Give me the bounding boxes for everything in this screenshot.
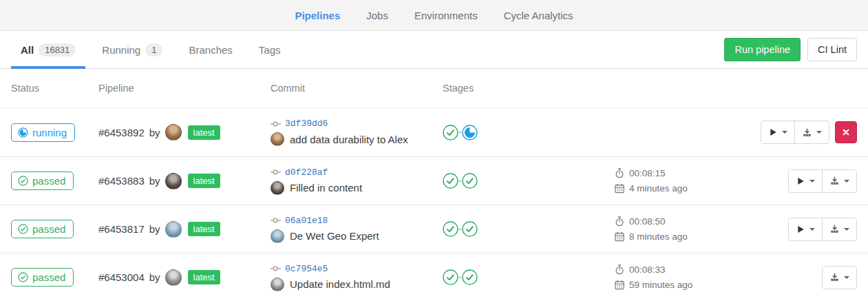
- pipeline-row: passed #6453883 by latest d0f228af Fille…: [0, 156, 868, 205]
- stage-running-icon[interactable]: [462, 125, 478, 141]
- tab-branches[interactable]: Branches: [179, 31, 242, 68]
- pipeline-row: passed #6453817 by latest 06a01e18 De We…: [0, 205, 868, 253]
- pipeline-id-link[interactable]: #6453883: [98, 175, 145, 187]
- chevron-down-icon: [844, 228, 849, 233]
- run-pipeline-button[interactable]: Run pipeline: [724, 38, 801, 61]
- chevron-down-icon: [844, 180, 849, 185]
- nav-item-cycle-analytics[interactable]: Cycle Analytics: [504, 10, 573, 21]
- duration: 00:08:15: [629, 168, 666, 178]
- latest-badge: latest: [188, 270, 220, 284]
- status-badge[interactable]: passed: [11, 268, 74, 287]
- stage-passed-icon[interactable]: [443, 125, 458, 141]
- status-badge[interactable]: running: [11, 123, 75, 142]
- tab-all-count: 16831: [39, 43, 76, 56]
- download-artifacts-icon: [829, 224, 840, 234]
- commit-icon: [271, 216, 281, 225]
- passed-status-icon: [18, 176, 28, 186]
- commit-message-link[interactable]: De Wet Geo Expert: [290, 230, 379, 242]
- commit-message-link[interactable]: Update index.html.md: [290, 278, 390, 290]
- download-artifacts-icon: [802, 127, 812, 138]
- user-avatar[interactable]: [165, 124, 182, 141]
- commit-author-avatar[interactable]: [271, 229, 284, 243]
- pipeline-row: running #6453892 by latest 3df39dd6 add …: [0, 108, 868, 156]
- commit-message-link[interactable]: add data durability to Alex: [290, 134, 408, 145]
- commit-sha-link[interactable]: 3df39dd6: [285, 118, 328, 129]
- commit-icon: [271, 264, 281, 273]
- toolbar-buttons: Run pipeline CI Lint: [724, 38, 857, 61]
- tab-tags-label: Tags: [259, 44, 281, 56]
- row-actions-group: [822, 266, 857, 289]
- chevron-down-icon: [809, 180, 815, 185]
- timer-icon: [615, 264, 624, 275]
- manual-play-button[interactable]: [789, 170, 822, 192]
- timer-icon: [615, 216, 624, 227]
- time-ago: 8 minutes ago: [629, 231, 688, 242]
- pipeline-id-link[interactable]: #6453892: [98, 127, 145, 138]
- download-artifacts-button[interactable]: [794, 121, 829, 143]
- tab-running-count: 1: [145, 43, 162, 56]
- user-avatar[interactable]: [165, 269, 182, 286]
- nav-item-jobs[interactable]: Jobs: [366, 10, 388, 21]
- play-icon: [796, 225, 805, 234]
- download-artifacts-icon: [829, 176, 840, 186]
- by-label: by: [149, 271, 160, 283]
- stage-passed-icon[interactable]: [443, 221, 458, 237]
- nav-item-environments[interactable]: Environments: [414, 10, 478, 21]
- commit-message-link[interactable]: Filled in content: [290, 182, 362, 194]
- commit-author-avatar[interactable]: [271, 278, 284, 291]
- download-artifacts-button[interactable]: [822, 218, 856, 240]
- calendar-icon: [615, 183, 624, 194]
- user-avatar[interactable]: [165, 221, 182, 238]
- stage-passed-icon[interactable]: [462, 269, 478, 285]
- tab-tags[interactable]: Tags: [249, 31, 290, 68]
- header-stages: Stages: [443, 83, 615, 94]
- download-artifacts-button[interactable]: [823, 267, 856, 289]
- chevron-down-icon: [809, 228, 815, 233]
- cancel-pipeline-button[interactable]: [835, 121, 857, 143]
- stage-passed-icon[interactable]: [443, 269, 458, 285]
- row-actions-group: [788, 218, 857, 241]
- tab-running[interactable]: Running 1: [92, 31, 172, 68]
- pipeline-row: passed #6453004 by latest 0c7954e5 Updat…: [0, 253, 868, 301]
- timer-icon: [615, 168, 624, 178]
- table-header: Status Pipeline Commit Stages: [0, 69, 868, 108]
- user-avatar[interactable]: [165, 173, 182, 189]
- chevron-down-icon: [782, 131, 787, 136]
- manual-play-button[interactable]: [789, 218, 822, 240]
- nav-item-pipelines[interactable]: Pipelines: [295, 10, 340, 21]
- duration: 00:08:33: [629, 264, 666, 275]
- status-badge[interactable]: passed: [11, 172, 74, 190]
- pipeline-id-link[interactable]: #6453817: [98, 223, 145, 235]
- time-ago: 4 minutes ago: [629, 183, 688, 194]
- calendar-icon: [615, 231, 624, 242]
- pipeline-id-link[interactable]: #6453004: [98, 271, 145, 283]
- latest-badge: latest: [188, 174, 220, 188]
- tab-running-label: Running: [102, 44, 140, 56]
- commit-author-avatar[interactable]: [271, 181, 284, 195]
- commit-icon: [271, 167, 281, 177]
- tab-all[interactable]: All 16831: [11, 31, 85, 68]
- header-commit: Commit: [271, 83, 443, 94]
- header-pipeline: Pipeline: [98, 83, 271, 94]
- running-status-icon: [18, 127, 28, 138]
- chevron-down-icon: [816, 131, 822, 136]
- stage-passed-icon[interactable]: [462, 173, 478, 189]
- commit-sha-link[interactable]: 0c7954e5: [285, 264, 328, 274]
- commit-sha-link[interactable]: 06a01e18: [285, 216, 328, 226]
- by-label: by: [149, 127, 160, 138]
- duration: 00:08:50: [629, 216, 666, 227]
- status-badge[interactable]: passed: [11, 220, 74, 238]
- download-artifacts-button[interactable]: [822, 170, 856, 192]
- by-label: by: [149, 175, 160, 187]
- header-status: Status: [11, 83, 98, 94]
- row-actions-group: [788, 169, 857, 193]
- ci-lint-button[interactable]: CI Lint: [807, 38, 857, 61]
- commit-author-avatar[interactable]: [271, 132, 284, 146]
- manual-play-button[interactable]: [761, 121, 794, 143]
- pipelines-toolbar: All 16831 Running 1 Branches Tags Run pi…: [0, 31, 868, 69]
- commit-sha-link[interactable]: d0f228af: [285, 167, 328, 178]
- latest-badge: latest: [188, 125, 220, 140]
- stage-passed-icon[interactable]: [462, 221, 478, 237]
- stage-passed-icon[interactable]: [443, 173, 458, 189]
- download-artifacts-icon: [829, 272, 840, 282]
